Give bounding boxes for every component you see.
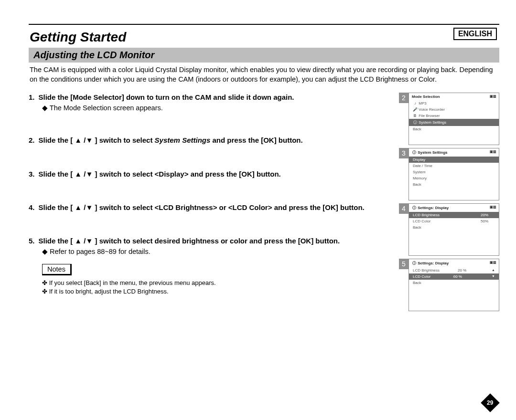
up-arrow-icon: ▲ bbox=[490, 268, 495, 273]
panel-title: Settings: Display bbox=[418, 261, 449, 265]
step-sub: The Mode Selection screen appears. bbox=[29, 104, 392, 112]
down-arrow-icon: ▼ bbox=[490, 274, 495, 279]
panel-title: Settings: Display bbox=[418, 206, 449, 210]
step-number: 5. bbox=[29, 236, 35, 246]
battery-indicator-icon: ▣ ▥ bbox=[490, 94, 496, 99]
menu-item: System bbox=[413, 170, 426, 174]
panel-number: 5 bbox=[399, 259, 408, 269]
menu-item: Back bbox=[413, 182, 421, 187]
steps-column: 1. Slide the [Mode Selector] down to tur… bbox=[29, 93, 392, 314]
step-text: Slide the [ ▲ /▼ ] switch to select Syst… bbox=[39, 136, 392, 145]
step-text: Slide the [Mode Selector] down to turn o… bbox=[39, 93, 392, 102]
music-icon: ♪ bbox=[413, 101, 418, 105]
settings-icon: ⓘ bbox=[412, 261, 417, 266]
menu-item: LCD Brightness bbox=[413, 268, 440, 273]
menu-value: 20% bbox=[481, 213, 495, 217]
menu-item: Back bbox=[413, 225, 421, 230]
step-text: Slide the [ ▲ /▼ ] switch to select <LCD… bbox=[39, 203, 392, 212]
step-text: Slide the [ ▲ /▼ ] switch to select <Dis… bbox=[39, 169, 392, 179]
step-text: Slide the [ ▲ /▼ ] switch to select desi… bbox=[39, 236, 392, 246]
panel-5: 5 ⓘ Settings: Display▣ ▥ LCD Brightness2… bbox=[399, 259, 499, 311]
menu-item-selected: Display bbox=[413, 158, 425, 162]
step-3: 3. Slide the [ ▲ /▼ ] switch to select <… bbox=[29, 169, 392, 179]
settings-icon: ⓘ bbox=[412, 150, 417, 155]
menu-item-selected: LCD Brightness bbox=[413, 213, 440, 217]
menu-item: File Browser bbox=[419, 114, 440, 118]
notes-list: If you select [Back] in the menu, the pr… bbox=[29, 279, 392, 295]
menu-item: Back bbox=[413, 281, 421, 285]
menu-value: 20 % bbox=[458, 268, 472, 273]
section-title: Adjusting the LCD Monitor bbox=[29, 48, 499, 63]
panel-2: 2 Mode Selection▣ ▥ ♪ MP3 🎤 Voice Record… bbox=[399, 93, 499, 145]
notes-label: Notes bbox=[42, 264, 72, 275]
note-item: If it is too bright, adjust the LCD Brig… bbox=[42, 288, 392, 295]
panel-3: 3 ⓘ System Settings▣ ▥ Display Date / Ti… bbox=[399, 148, 499, 200]
step-sub: Refer to pages 88~89 for details. bbox=[29, 248, 392, 255]
page-number-badge: 29 bbox=[481, 393, 500, 412]
menu-item: Date / Time bbox=[413, 164, 432, 168]
screenshots-column: 2 Mode Selection▣ ▥ ♪ MP3 🎤 Voice Record… bbox=[399, 93, 499, 314]
step-5: 5. Slide the [ ▲ /▼ ] switch to select d… bbox=[29, 236, 392, 255]
menu-item: Voice Recorder bbox=[419, 107, 445, 112]
panel-title: Mode Selection bbox=[412, 94, 440, 99]
step-4: 4. Slide the [ ▲ /▼ ] switch to select <… bbox=[29, 203, 392, 212]
panel-title: System Settings bbox=[418, 150, 447, 155]
mic-icon: 🎤 bbox=[413, 107, 418, 112]
page-title: Getting Started bbox=[29, 25, 499, 48]
step-number: 4. bbox=[29, 203, 35, 212]
note-item: If you select [Back] in the menu, the pr… bbox=[42, 279, 392, 286]
battery-indicator-icon: ▣ ▥ bbox=[490, 150, 496, 155]
step-1: 1. Slide the [Mode Selector] down to tur… bbox=[29, 93, 392, 112]
panel-number: 3 bbox=[399, 148, 408, 158]
menu-item: LCD Color bbox=[413, 219, 430, 223]
step-number: 1. bbox=[29, 93, 35, 102]
battery-indicator-icon: ▣ ▥ bbox=[490, 205, 496, 210]
menu-item-selected: LCD Color bbox=[413, 274, 430, 279]
menu-item: MP3 bbox=[419, 101, 426, 105]
page-frame: Getting Started Adjusting the LCD Monito… bbox=[29, 24, 499, 314]
step-number: 2. bbox=[29, 136, 35, 145]
menu-value: 60 % bbox=[453, 274, 468, 279]
menu-item: Memory bbox=[413, 176, 427, 180]
menu-item: Back bbox=[413, 127, 421, 131]
menu-value: 50% bbox=[481, 219, 495, 223]
panel-4: 4 ⓘ Settings: Display▣ ▥ LCD Brightness2… bbox=[399, 203, 499, 256]
step-number: 3. bbox=[29, 169, 35, 179]
settings-icon: ⓘ bbox=[412, 205, 417, 210]
battery-indicator-icon: ▣ ▥ bbox=[490, 261, 496, 266]
menu-item-selected: System Settings bbox=[419, 120, 446, 125]
settings-icon: ⓘ bbox=[413, 120, 418, 125]
panel-number: 4 bbox=[399, 203, 408, 214]
step-2: 2. Slide the [ ▲ /▼ ] switch to select S… bbox=[29, 136, 392, 145]
file-icon: 🗎 bbox=[413, 114, 418, 118]
panel-number: 2 bbox=[399, 93, 408, 103]
intro-text: The CAM is equipped with a color Liquid … bbox=[29, 63, 499, 93]
